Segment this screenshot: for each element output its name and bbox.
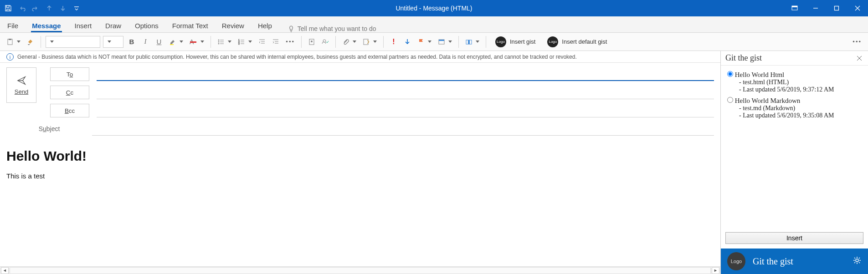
cc-button[interactable]: Cc <box>50 86 89 99</box>
font-size-select[interactable] <box>103 36 123 48</box>
body-heading: Hello World! <box>6 148 714 164</box>
gist-file: test.md (Markdown) <box>739 105 862 112</box>
tab-options[interactable]: Options <box>134 19 159 32</box>
redo-icon[interactable] <box>32 5 39 12</box>
close-button[interactable] <box>847 0 868 16</box>
assign-policy-button[interactable] <box>436 36 454 48</box>
scroll-right-icon[interactable]: ► <box>712 267 719 274</box>
decrease-indent-button[interactable] <box>257 36 267 48</box>
task-pane-close-button[interactable] <box>855 54 863 62</box>
horizontal-scrollbar[interactable]: ◄ ► <box>0 266 720 274</box>
to-field[interactable] <box>97 67 714 81</box>
ribbon-display-options-button[interactable] <box>784 0 805 16</box>
cc-field[interactable] <box>97 86 714 99</box>
gist-item[interactable]: Hello World Html test.html (HTML) Last u… <box>727 71 862 93</box>
svg-point-12 <box>218 41 219 42</box>
svg-text:3: 3 <box>238 42 240 45</box>
format-painter-button[interactable] <box>25 36 36 48</box>
signature-button[interactable] <box>361 36 379 48</box>
insert-default-gist-button[interactable]: Logo Insert default gist <box>543 35 611 49</box>
bcc-button[interactable]: Bcc <box>50 104 89 117</box>
gist-list: Hello World Html test.html (HTML) Last u… <box>721 66 868 229</box>
quick-access-toolbar <box>0 5 80 12</box>
to-button[interactable]: To <box>50 67 89 81</box>
send-icon <box>16 76 26 86</box>
follow-up-flag-button[interactable] <box>416 36 433 48</box>
font-name-select[interactable] <box>46 36 100 48</box>
bullets-button[interactable] <box>216 36 233 48</box>
bcc-field[interactable] <box>97 104 714 117</box>
task-pane: Git the gist Hello World Html test.html … <box>721 51 868 274</box>
font-color-button[interactable]: A <box>188 36 206 48</box>
footer-logo-icon: Logo <box>727 252 745 270</box>
tab-format-text[interactable]: Format Text <box>171 19 209 32</box>
svg-point-14 <box>218 43 219 44</box>
gist-name: Hello World Markdown <box>735 97 801 104</box>
low-importance-button[interactable] <box>402 36 413 48</box>
svg-rect-1 <box>792 6 797 7</box>
tell-me-search[interactable] <box>288 25 398 32</box>
undo-icon[interactable] <box>18 5 26 12</box>
gist-file: test.html (HTML) <box>739 79 862 86</box>
body-paragraph: This is a test <box>6 172 714 180</box>
minimize-button[interactable] <box>805 0 826 16</box>
tab-message[interactable]: Message <box>31 19 62 32</box>
address-book-button[interactable] <box>306 36 317 48</box>
sensitivity-button[interactable] <box>463 36 481 48</box>
gist-radio[interactable] <box>727 97 733 103</box>
tab-file[interactable]: File <box>6 19 19 32</box>
prev-item-icon[interactable] <box>46 5 53 12</box>
tab-help[interactable]: Help <box>257 19 273 32</box>
gist-radio[interactable] <box>727 71 733 77</box>
ribbon-tabs: File Message Insert Draw Options Format … <box>0 16 868 33</box>
qat-customize-icon[interactable] <box>73 5 80 12</box>
subject-field[interactable] <box>92 122 714 136</box>
ribbon-toolbar: B I U A 123 ••• ! Logo Insert gist Logo … <box>0 33 868 51</box>
send-button[interactable]: Send <box>6 67 36 103</box>
tab-insert[interactable]: Insert <box>74 19 93 32</box>
addin-logo-icon: Logo <box>495 36 506 47</box>
paste-button[interactable] <box>5 36 22 48</box>
tell-me-input[interactable] <box>298 25 398 32</box>
tab-draw[interactable]: Draw <box>104 19 122 32</box>
task-pane-title: Git the gist <box>725 53 762 63</box>
settings-gear-icon[interactable] <box>853 256 862 267</box>
info-icon: i <box>6 53 14 61</box>
message-body[interactable]: Hello World! This is a test <box>0 139 720 266</box>
gist-item[interactable]: Hello World Markdown test.md (Markdown) … <box>727 97 862 119</box>
window-controls <box>784 0 868 16</box>
insert-gist-label: Insert gist <box>510 38 535 45</box>
save-icon[interactable] <box>5 5 12 12</box>
svg-rect-3 <box>835 6 839 10</box>
send-label: Send <box>15 88 28 95</box>
scroll-track[interactable] <box>10 267 711 274</box>
svg-point-29 <box>311 41 313 42</box>
info-bar-text: General - Business data which is NOT mea… <box>17 54 577 60</box>
title-bar: Untitled - Message (HTML) <box>0 0 868 16</box>
svg-rect-7 <box>9 39 11 40</box>
addin-logo-icon: Logo <box>547 36 558 47</box>
highlight-button[interactable] <box>167 36 185 48</box>
next-item-icon[interactable] <box>59 5 67 12</box>
check-names-button[interactable] <box>320 36 331 48</box>
maximize-button[interactable] <box>826 0 847 16</box>
lightbulb-icon <box>288 25 295 32</box>
high-importance-button[interactable]: ! <box>388 36 399 48</box>
more-formatting-button[interactable]: ••• <box>284 36 297 48</box>
footer-title: Git the gist <box>753 256 793 267</box>
numbering-button[interactable]: 123 <box>236 36 254 48</box>
insert-gist-button[interactable]: Logo Insert gist <box>491 35 540 49</box>
increase-indent-button[interactable] <box>270 36 281 48</box>
pane-insert-button[interactable]: Insert <box>725 232 863 244</box>
sensitivity-info-bar: i General - Business data which is NOT m… <box>0 51 720 63</box>
svg-rect-9 <box>190 41 196 43</box>
italic-button[interactable]: I <box>140 36 151 48</box>
ribbon-overflow-button[interactable]: ••• <box>851 36 863 48</box>
subject-label: Subject <box>6 125 92 132</box>
underline-button[interactable]: U <box>154 36 164 48</box>
bold-button[interactable]: B <box>126 36 137 48</box>
scroll-left-icon[interactable]: ◄ <box>1 267 9 274</box>
tab-review[interactable]: Review <box>221 19 245 32</box>
attach-file-button[interactable] <box>340 36 358 48</box>
window-title: Untitled - Message (HTML) <box>395 5 472 12</box>
